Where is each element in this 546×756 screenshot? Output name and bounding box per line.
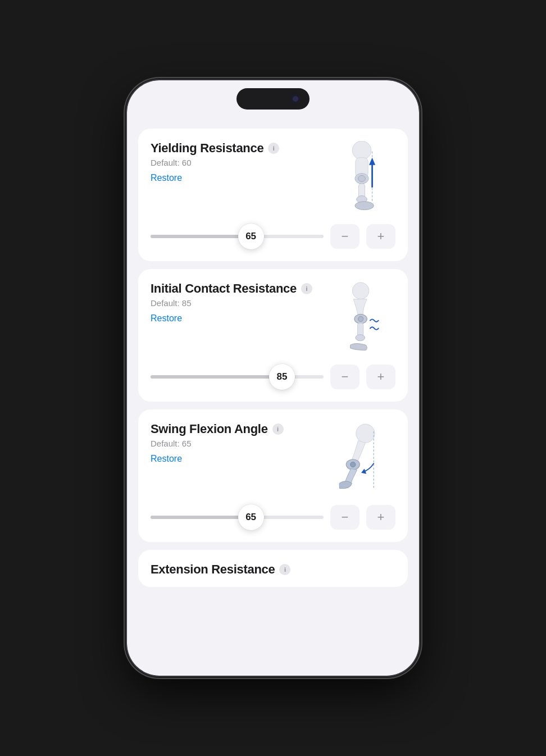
increment-button[interactable]: + <box>366 365 395 389</box>
card-header: Yielding Resistance i Default: 60 Restor… <box>151 141 395 214</box>
increment-button[interactable]: + <box>366 224 395 249</box>
restore-button[interactable]: Restore <box>151 173 182 183</box>
increment-button[interactable]: + <box>366 505 395 530</box>
card-title: Initial Contact Resistance <box>151 281 297 296</box>
title-row: Yielding Resistance i <box>151 141 328 156</box>
yielding-resistance-card: Yielding Resistance i Default: 60 Restor… <box>138 129 408 261</box>
illustration-swing-flexion <box>328 422 395 495</box>
restore-button[interactable]: Restore <box>151 454 182 464</box>
default-value: Default: 60 <box>151 158 328 167</box>
slider-fill <box>151 375 282 379</box>
svg-point-14 <box>356 335 365 341</box>
title-row: Swing Flexion Angle i <box>151 422 328 436</box>
screen: Yielding Resistance i Default: 60 Restor… <box>127 80 419 676</box>
initial-contact-resistance-card: Initial Contact Resistance i Default: 85… <box>138 269 408 402</box>
decrement-button[interactable]: − <box>330 365 360 389</box>
initial-contact-svg <box>328 281 395 354</box>
svg-point-3 <box>358 175 366 181</box>
slider-thumb[interactable]: 65 <box>238 504 264 530</box>
info-icon[interactable]: i <box>279 564 290 575</box>
card-info: Initial Contact Resistance i Default: 85… <box>151 281 328 324</box>
slider-fill <box>151 235 251 238</box>
slider-track[interactable]: 65 <box>151 235 324 238</box>
slider-fill <box>151 516 251 519</box>
slider-area: 65 − + <box>151 505 395 530</box>
slider-track[interactable]: 65 <box>151 516 324 519</box>
default-value: Default: 65 <box>151 439 328 448</box>
decrement-button[interactable]: − <box>330 224 360 249</box>
slider-value: 65 <box>245 231 256 242</box>
svg-point-10 <box>352 283 369 299</box>
svg-point-17 <box>351 462 356 467</box>
svg-point-12 <box>358 316 363 321</box>
decrement-button[interactable]: − <box>330 505 360 530</box>
yielding-svg <box>328 141 395 214</box>
phone-frame: Yielding Resistance i Default: 60 Restor… <box>127 80 419 676</box>
content-area: Yielding Resistance i Default: 60 Restor… <box>127 120 419 676</box>
info-icon[interactable]: i <box>268 143 279 154</box>
card-title: Extension Resistance <box>151 562 275 577</box>
svg-point-0 <box>352 141 371 160</box>
svg-point-6 <box>355 202 374 210</box>
svg-point-15 <box>356 424 375 443</box>
info-icon[interactable]: i <box>272 423 284 435</box>
slider-area: 65 − + <box>151 224 395 249</box>
card-title: Swing Flexion Angle <box>151 422 268 436</box>
slider-value: 65 <box>245 512 256 523</box>
illustration-yielding <box>328 141 395 214</box>
card-header: Swing Flexion Angle i Default: 65 Restor… <box>151 422 395 495</box>
title-row: Initial Contact Resistance i <box>151 281 328 296</box>
title-row: Extension Resistance i <box>151 562 395 577</box>
info-icon[interactable]: i <box>301 283 312 294</box>
slider-value: 85 <box>277 371 288 382</box>
card-info: Swing Flexion Angle i Default: 65 Restor… <box>151 422 328 464</box>
slider-thumb[interactable]: 85 <box>269 364 295 390</box>
extension-resistance-card: Extension Resistance i <box>138 550 408 587</box>
swing-flexion-angle-card: Swing Flexion Angle i Default: 65 Restor… <box>138 409 408 542</box>
card-info: Yielding Resistance i Default: 60 Restor… <box>151 141 328 183</box>
slider-area: 85 − + <box>151 365 395 389</box>
slider-thumb[interactable]: 65 <box>238 224 264 249</box>
restore-button[interactable]: Restore <box>151 313 182 324</box>
default-value: Default: 85 <box>151 298 328 308</box>
camera-dot <box>293 96 298 102</box>
dynamic-island <box>236 88 310 110</box>
swing-flexion-svg <box>328 422 395 495</box>
svg-marker-9 <box>369 158 375 165</box>
illustration-initial-contact <box>328 281 395 354</box>
card-title: Yielding Resistance <box>151 141 263 156</box>
slider-track[interactable]: 85 <box>151 375 324 379</box>
card-header: Initial Contact Resistance i Default: 85… <box>151 281 395 354</box>
